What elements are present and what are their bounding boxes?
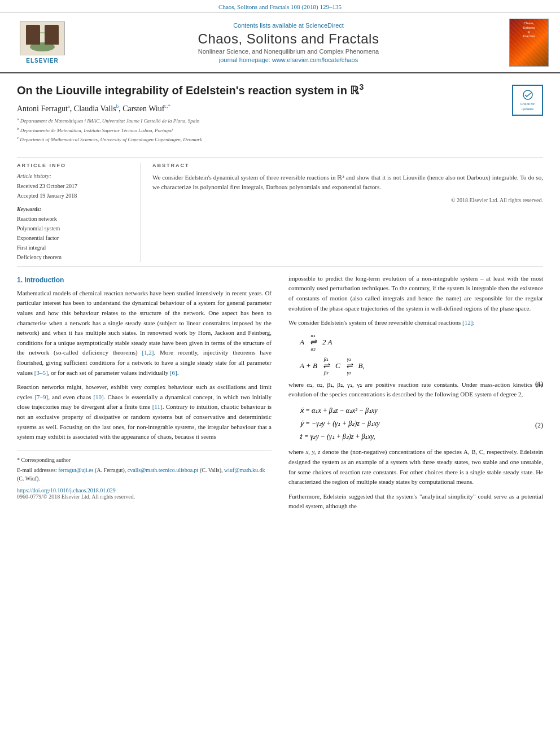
keyword-polynomial-system: Polynomial system xyxy=(17,224,132,233)
paper-body: 1. Introduction Mathematical models of c… xyxy=(17,274,543,516)
article-title-text: On the Liouville integrability of Edelst… xyxy=(17,82,512,150)
email3-link[interactable]: wiuf@math.ku.dk xyxy=(224,467,265,473)
received-date: Received 23 October 2017 xyxy=(17,181,132,191)
keywords-section: Keywords: Reaction network Polynomial sy… xyxy=(17,206,132,262)
footnote-section: * Corresponding author E-mail addresses:… xyxy=(17,451,272,483)
ode-eq-number: (2) xyxy=(535,421,543,430)
abstract-header: ABSTRACT xyxy=(152,163,543,168)
author-valls: Claudia Valls xyxy=(74,104,116,112)
article-history-label: Article history: xyxy=(17,173,132,179)
reaction-equations: A α₁ ⇌ α₂ 2 A A + B β₁ ⇌ β₂ xyxy=(300,333,543,375)
article-info-header: ARTICLE INFO xyxy=(17,163,132,168)
reaction2-AB: A + B xyxy=(300,361,317,370)
journal-reference-bar: Chaos, Solitons and Fractals 108 (2018) … xyxy=(0,0,560,13)
svg-point-2 xyxy=(30,42,55,51)
reaction1-2A: 2 A xyxy=(322,338,332,347)
check-updates-badge: Check forupdates xyxy=(512,85,543,116)
journal-reference-text: Chaos, Solitons and Fractals 108 (2018) … xyxy=(218,3,342,10)
author-ferragut: Antoni Ferragut xyxy=(17,104,68,112)
elsevier-logo: ELSEVIER xyxy=(11,21,73,64)
keywords-label: Keywords: xyxy=(17,206,132,212)
reaction2: A + B β₁ ⇌ β₂ C γ₁ ⇌ γ₂ B, xyxy=(300,356,520,375)
reaction-eq-number: (1) xyxy=(535,380,543,388)
body-divider xyxy=(17,267,543,267)
cover-label: Chaos,Solitons&Fractals xyxy=(523,21,535,39)
reaction1-A: A xyxy=(300,338,304,347)
sciencedirect-link[interactable]: ScienceDirect xyxy=(305,22,344,29)
section1-right-para1: impossible to predict the long-term evol… xyxy=(288,274,543,313)
homepage-url[interactable]: www.elsevier.com/locate/chaos xyxy=(272,56,358,63)
footnote-emails: E-mail addresses: ferragut@uji.es (A. Fe… xyxy=(17,466,272,483)
reaction2-B: B, xyxy=(358,361,365,370)
svg-rect-0 xyxy=(28,26,40,43)
authors-line: Antoni Ferraguta, Claudia Vallsb, Carste… xyxy=(17,103,504,113)
main-content: On the Liouville integrability of Edelst… xyxy=(0,73,560,527)
doi-link[interactable]: https://doi.org/10.1016/j.chaos.2018.01.… xyxy=(17,487,116,493)
svg-point-3 xyxy=(523,90,532,99)
keyword-first-integral: First integral xyxy=(17,243,132,252)
article-info-column: ARTICLE INFO Article history: Received 2… xyxy=(17,163,141,262)
abstract-text: We consider Edelstein's dynamical system… xyxy=(152,173,543,193)
body-column-right: impossible to predict the long-term evol… xyxy=(286,274,543,516)
email2-link[interactable]: cvalls@math.tecnico.ulisboa.pt xyxy=(128,467,199,473)
body-column-left: 1. Introduction Mathematical models of c… xyxy=(17,274,274,516)
journal-logo-left: ELSEVIER xyxy=(11,21,73,64)
reaction2-C: C xyxy=(335,361,340,370)
email1-link[interactable]: ferragut@uji.es xyxy=(58,467,93,473)
cover-image: Chaos,Solitons&Fractals xyxy=(509,19,549,67)
section1-para2: Reaction networks might, however, exhibi… xyxy=(17,382,272,442)
where-description: where x, y, z denote the (non-negative) … xyxy=(288,447,543,487)
journal-main-title: Chaos, Solitons and Fractals xyxy=(73,31,504,47)
check-updates-text: Check forupdates xyxy=(519,89,536,111)
keyword-exponential-factor: Exponential factor xyxy=(17,233,132,243)
article-title-section: On the Liouville integrability of Edelst… xyxy=(17,82,543,153)
elsevier-icon xyxy=(20,21,65,55)
journal-cover-right: Chaos,Solitons&Fractals xyxy=(504,19,549,67)
history-dates: Received 23 October 2017 Accepted 19 Jan… xyxy=(17,181,132,200)
journal-title-center: Contents lists available at ScienceDirec… xyxy=(73,22,504,63)
keyword-reaction-network: Reaction network xyxy=(17,214,132,224)
affiliation-c: c Department of Mathematical Sciences, U… xyxy=(17,135,504,144)
ode-line2: ẏ = −γ₂y + (γ₁ + β₂)z − β₁xy xyxy=(300,417,520,430)
reaction2-arrow1: β₁ ⇌ β₂ xyxy=(323,356,330,375)
ode-line3: ż = γ₂y − (γ₁ + β₂)z + β₁xy, xyxy=(300,430,520,443)
journal-homepage: journal homepage: www.elsevier.com/locat… xyxy=(73,56,504,63)
ode-system: ẋ = α₁x + β₂z − α₂x² − β₁xy ẏ = −γ₂y + (… xyxy=(300,404,543,443)
info-columns: ARTICLE INFO Article history: Received 2… xyxy=(17,163,543,262)
constants-description: where α₁, α₂, β₁, β₂, γ₁, γ₂ are positiv… xyxy=(288,380,543,400)
affiliation-a: a Departament de Matemàtiques i IMAC, Un… xyxy=(17,116,504,125)
svg-rect-1 xyxy=(45,26,56,43)
author-wiuf: Carsten Wiuf xyxy=(123,104,164,112)
issn-line: 0960-0779/© 2018 Elsevier Ltd. All right… xyxy=(17,493,272,500)
elsevier-label: ELSEVIER xyxy=(26,58,58,64)
reaction1: A α₁ ⇌ α₂ 2 A xyxy=(300,333,520,352)
title-divider xyxy=(17,158,543,158)
article-title: On the Liouville integrability of Edelst… xyxy=(17,82,504,98)
affiliation-b: b Departamento de Matemática, Instituto … xyxy=(17,126,504,135)
doi-section: https://doi.org/10.1016/j.chaos.2018.01.… xyxy=(17,487,272,500)
keyword-deficiency-theorem: Deficiency theorem xyxy=(17,252,132,262)
accepted-date: Accepted 19 January 2018 xyxy=(17,191,132,200)
furthermore-text: Furthermore, Edelstein suggested that th… xyxy=(288,492,543,512)
journal-header: ELSEVIER Contents lists available at Sci… xyxy=(0,13,560,73)
section1-title: 1. Introduction xyxy=(17,276,272,284)
reaction2-arrow2: γ₁ ⇌ γ₂ xyxy=(346,356,353,375)
abstract-column: ABSTRACT We consider Edelstein's dynamic… xyxy=(152,163,543,262)
footnote-corresponding: * Corresponding author xyxy=(17,456,272,464)
ode-line1: ẋ = α₁x + β₂z − α₂x² − β₁xy xyxy=(300,404,520,417)
contents-available: Contents lists available at ScienceDirec… xyxy=(73,22,504,29)
journal-subtitle: Nonlinear Science, and Nonequilibrium an… xyxy=(73,48,504,55)
section1-right-para2: We consider Edelstein's system of three … xyxy=(288,318,543,328)
reaction1-arrow: α₁ ⇌ α₂ xyxy=(310,333,317,352)
section1-para1: Mathematical models of chemical reaction… xyxy=(17,289,272,378)
affiliations: a Departament de Matemàtiques i IMAC, Un… xyxy=(17,116,504,144)
copyright-text: © 2018 Elsevier Ltd. All rights reserved… xyxy=(152,197,543,203)
